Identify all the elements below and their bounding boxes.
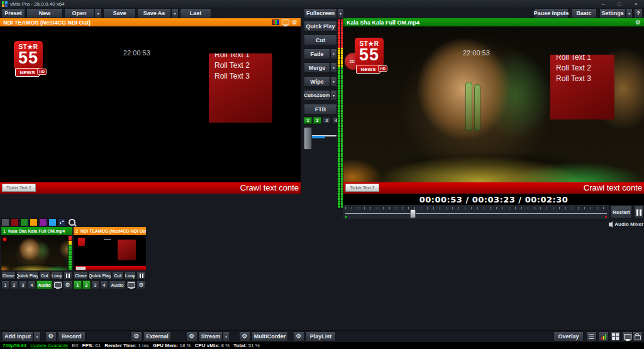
basic-button[interactable]: Basic xyxy=(571,8,597,18)
input-1-bus-1[interactable]: 1 xyxy=(1,280,9,289)
gear-icon[interactable]: ⚙ xyxy=(292,19,297,26)
multicorder-settings-button[interactable]: ⚙ xyxy=(239,331,250,341)
stream-dropdown-icon[interactable]: ▾ xyxy=(223,331,230,341)
input-2-bus-2[interactable]: 2 xyxy=(82,280,91,289)
preview-header[interactable]: NDI TEAMOS (Nest4CG NDI Out) ⚙ xyxy=(0,18,301,26)
overlay-button[interactable]: Overlay xyxy=(553,331,584,341)
program-ticker-label[interactable]: Ticker Text 2 xyxy=(345,184,379,192)
restart-button[interactable]: Restart xyxy=(611,206,632,219)
input-1-audio-button[interactable]: Audio xyxy=(36,280,52,289)
wipe-dropdown-icon[interactable]: ▾ xyxy=(330,76,337,87)
save-as-dropdown-icon[interactable]: ▾ xyxy=(171,8,179,18)
list-view-button[interactable]: ☰ xyxy=(586,331,597,341)
gear-icon[interactable]: ⚙ xyxy=(635,19,641,26)
category-multi[interactable] xyxy=(58,218,66,226)
input-2-close-button[interactable]: Close xyxy=(74,271,88,280)
last-button[interactable]: Last xyxy=(180,8,211,18)
cubezoom-dropdown-icon[interactable]: ▾ xyxy=(330,90,337,101)
program-header[interactable]: Kala Sha Kala Full OM.mp4 ⚙ xyxy=(343,18,644,26)
input-2-bus-4[interactable]: 4 xyxy=(100,280,108,289)
preset-button[interactable]: Preset xyxy=(1,8,25,18)
stream-settings-button[interactable]: ⚙ xyxy=(186,331,197,341)
input-2-bus-3[interactable]: 3 xyxy=(91,280,99,289)
input-2-cut-button[interactable]: Cut xyxy=(112,271,124,280)
category-purple[interactable] xyxy=(39,218,47,226)
multicorder-button[interactable]: MultiCorder xyxy=(252,331,288,341)
wipe-button[interactable]: Wipe xyxy=(304,76,330,87)
stream-button[interactable]: Stream xyxy=(199,331,223,341)
audio-meters-button[interactable] xyxy=(598,331,609,341)
merge-dropdown-icon[interactable]: ▾ xyxy=(330,62,337,73)
input-2-loop-button[interactable]: Loop xyxy=(125,271,136,280)
fade-dropdown-icon[interactable]: ▾ xyxy=(330,48,337,59)
grid-view-button[interactable] xyxy=(610,331,621,341)
input-1-settings-button[interactable]: ⚙ xyxy=(63,280,72,289)
preview-video[interactable]: ST★R 55 NEWS HD 22:00:53 Roll Text 1 Rol… xyxy=(0,26,301,182)
position-2-button[interactable]: 2 xyxy=(313,117,321,124)
category-red[interactable] xyxy=(11,218,19,226)
open-button[interactable]: Open xyxy=(64,8,94,18)
input-1-cut-button[interactable]: Cut xyxy=(39,271,51,280)
external-button[interactable]: External xyxy=(143,331,171,341)
preview-ticker-label[interactable]: Ticker Text 2 xyxy=(2,184,36,192)
settings-button[interactable]: Settings xyxy=(599,8,626,18)
playlist-settings-button[interactable]: ⚙ xyxy=(293,331,304,341)
input-2-audio-button[interactable]: Audio xyxy=(109,280,126,289)
input-1-quick-play-button[interactable]: Quick Play xyxy=(16,271,38,280)
fullscreen-button[interactable]: Fullscreen xyxy=(304,8,337,18)
external-settings-button[interactable]: ⚙ xyxy=(131,331,142,341)
cubezoom-button[interactable]: CubeZoom xyxy=(304,90,330,101)
position-1-button[interactable]: 1 xyxy=(304,117,312,124)
pause-button[interactable] xyxy=(634,206,643,219)
search-button[interactable] xyxy=(67,218,76,226)
close-icon[interactable]: × xyxy=(628,0,644,8)
category-blue[interactable] xyxy=(48,218,57,226)
cut-button[interactable]: Cut xyxy=(304,35,337,45)
input-1-thumbnail[interactable] xyxy=(1,235,72,270)
seek-bar[interactable] xyxy=(343,205,609,219)
record-button[interactable]: Record xyxy=(58,331,86,341)
open-dropdown-icon[interactable]: ▾ xyxy=(94,8,102,18)
input-1-close-button[interactable]: Close xyxy=(1,271,16,280)
quick-play-button[interactable]: Quick Play xyxy=(304,21,337,31)
input-2-thumbnail[interactable] xyxy=(74,235,146,270)
playlist-button[interactable]: PlayList xyxy=(306,331,336,341)
fullscreen-view-button[interactable] xyxy=(622,331,633,341)
input-1-pause-button[interactable] xyxy=(64,271,72,280)
maximize-icon[interactable]: □ xyxy=(611,0,628,8)
add-input-dropdown-icon[interactable]: ▾ xyxy=(33,331,41,341)
input-2-settings-button[interactable]: ⚙ xyxy=(136,280,146,289)
new-button[interactable]: New xyxy=(26,8,63,18)
help-button[interactable]: ? xyxy=(634,8,643,18)
audio-mixer-row[interactable]: Audio Mixer xyxy=(553,220,643,228)
fade-button[interactable]: Fade xyxy=(304,48,330,59)
input-1-header[interactable]: 1 Kala Sha Kala Full OM.mp4 xyxy=(1,227,72,235)
record-settings-button[interactable]: ⚙ xyxy=(45,331,57,341)
input-2-header[interactable]: 2 NDI TEAMOS (Nest4CG NDI Out) xyxy=(74,227,146,235)
input-1-bus-4[interactable]: 4 xyxy=(28,280,36,289)
position-3-button[interactable]: 3 xyxy=(323,117,331,124)
monitor-icon[interactable] xyxy=(282,19,289,25)
fullscreen-dropdown-icon[interactable]: ▾ xyxy=(337,8,344,18)
input-1-loop-button[interactable]: Loop xyxy=(51,271,63,280)
add-input-button[interactable]: Add Input xyxy=(2,331,33,341)
category-orange[interactable] xyxy=(30,218,38,226)
update-available-link[interactable]: Update Available xyxy=(30,343,68,348)
seek-handle[interactable] xyxy=(410,209,416,218)
pause-inputs-button[interactable]: Pause Inputs xyxy=(534,8,569,18)
program-video[interactable]: ZEE ST★R 55 NEWS HD 22:00:53 Roll Text 1… xyxy=(343,26,644,182)
ftb-button[interactable]: FTB xyxy=(304,104,337,114)
category-green[interactable] xyxy=(20,218,28,226)
input-2-quick-play-button[interactable]: Quick Play xyxy=(89,271,111,280)
minimize-icon[interactable]: – xyxy=(595,0,611,8)
lock-button[interactable] xyxy=(633,331,643,341)
input-1-fullscreen-button[interactable] xyxy=(53,280,62,289)
save-as-button[interactable]: Save As xyxy=(137,8,171,18)
settings-dropdown-icon[interactable]: ▾ xyxy=(626,8,633,18)
input-1-bus-3[interactable]: 3 xyxy=(19,280,27,289)
save-button[interactable]: Save xyxy=(103,8,136,18)
category-gray[interactable] xyxy=(1,218,9,226)
merge-button[interactable]: Merge xyxy=(304,62,330,73)
t-bar-handle[interactable] xyxy=(304,127,312,150)
t-bar[interactable] xyxy=(303,127,338,152)
